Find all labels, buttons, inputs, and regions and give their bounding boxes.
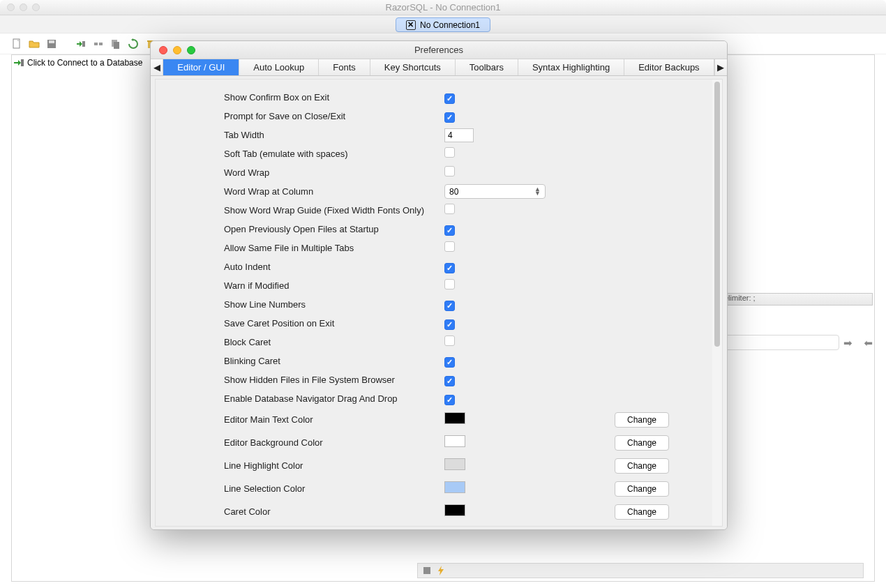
change-caret-color-button[interactable]: Change [615, 504, 669, 520]
change-main-text-color-button[interactable]: Change [615, 412, 669, 428]
checkbox-prompt-save[interactable] [444, 112, 455, 123]
label-word-wrap: Word Wrap [224, 167, 444, 178]
label-soft-tab: Soft Tab (emulate with spaces) [224, 149, 444, 159]
row-sel-color: Line Selection Color Change [224, 477, 704, 500]
tabs-scroll-left-icon[interactable]: ◀ [151, 59, 163, 75]
label-drag-drop: Enable Database Navigator Drag And Drop [224, 393, 444, 404]
label-prompt-save: Prompt for Save on Close/Exit [224, 111, 444, 121]
checkbox-line-numbers[interactable] [444, 301, 455, 311]
swatch-bg-color [444, 435, 465, 447]
svg-rect-5 [99, 43, 103, 45]
row-warn-mod: Warn if Modified [224, 276, 704, 295]
row-bg-color: Editor Background Color Change [224, 431, 704, 454]
row-confirm-exit: Show Confirm Box on Exit [224, 88, 704, 107]
disconnect-icon[interactable] [93, 38, 104, 50]
label-sel-color: Line Selection Color [224, 483, 444, 494]
label-wrap-column: Word Wrap at Column [224, 186, 444, 197]
connect-database-label: Click to Connect to a Database [27, 58, 142, 68]
tab-toolbars[interactable]: Toolbars [456, 59, 518, 75]
scrollbar-thumb[interactable] [714, 82, 720, 347]
preferences-dialog: Preferences ◀ Editor / GUI Auto Lookup F… [150, 40, 728, 530]
row-word-wrap: Word Wrap [224, 163, 704, 182]
checkbox-confirm-exit[interactable] [444, 93, 455, 104]
label-wrap-guide: Show Word Wrap Guide (Fixed Width Fonts … [224, 205, 444, 216]
label-block-caret: Block Caret [224, 337, 444, 347]
svg-rect-7 [114, 42, 119, 49]
checkbox-soft-tab[interactable] [444, 147, 455, 158]
row-same-file: Allow Same File in Multiple Tabs [224, 239, 704, 257]
checkbox-blinking-caret[interactable] [444, 357, 455, 368]
row-hl-color: Line Highlight Color Change [224, 454, 704, 477]
pref-close-icon[interactable] [159, 46, 167, 54]
pref-traffic-lights [151, 46, 195, 54]
row-open-prev: Open Previously Open Files at Startup [224, 220, 704, 239]
svg-rect-3 [82, 41, 85, 47]
save-file-icon[interactable] [46, 38, 57, 50]
connection-tab-active[interactable]: ✕ No Connection1 [396, 17, 490, 32]
label-main-text-color: Editor Main Text Color [224, 414, 444, 425]
swatch-sel-color [444, 481, 465, 493]
row-wrap-guide: Show Word Wrap Guide (Fixed Width Fonts … [224, 201, 704, 220]
results-next-icon[interactable]: ➡ [860, 337, 873, 348]
checkbox-warn-mod[interactable] [444, 279, 455, 289]
tab-editor-backups[interactable]: Editor Backups [624, 59, 714, 75]
combo-wrap-column-value: 80 [449, 187, 458, 197]
connect-icon[interactable] [75, 38, 87, 50]
label-blinking-caret: Blinking Caret [224, 356, 444, 366]
swatch-main-text-color [444, 412, 465, 424]
tab-auto-lookup[interactable]: Auto Lookup [239, 59, 319, 75]
row-drag-drop: Enable Database Navigator Drag And Drop [224, 389, 704, 408]
preferences-scrollbar[interactable] [712, 80, 722, 526]
change-sel-color-button[interactable]: Change [615, 481, 669, 497]
checkbox-hidden-files[interactable] [444, 376, 455, 386]
tabs-scroll-right-icon[interactable]: ▶ [714, 59, 727, 75]
pref-minimize-icon[interactable] [173, 46, 181, 54]
swatch-hl-color [444, 458, 465, 470]
change-hl-color-button[interactable]: Change [615, 458, 669, 474]
checkbox-auto-indent[interactable] [444, 263, 455, 273]
right-panel: elimiter: ; ➡ ➡ [721, 293, 873, 350]
execute-icon[interactable] [437, 566, 444, 575]
checkbox-word-wrap[interactable] [444, 166, 455, 176]
checkbox-drag-drop[interactable] [444, 395, 455, 405]
results-prev-icon[interactable]: ➡ [843, 337, 856, 348]
status-indicator-icon [423, 567, 430, 574]
row-main-text-color: Editor Main Text Color Change [224, 408, 704, 431]
checkbox-open-prev[interactable] [444, 225, 455, 236]
input-tab-width[interactable] [444, 128, 474, 142]
tab-key-shortcuts[interactable]: Key Shortcuts [370, 59, 456, 75]
tab-syntax-highlighting[interactable]: Syntax Highlighting [518, 59, 624, 75]
pref-zoom-icon[interactable] [187, 46, 195, 54]
row-line-numbers: Show Line Numbers [224, 295, 704, 314]
change-bg-color-button[interactable]: Change [615, 435, 669, 451]
preferences-rows: Show Confirm Box on Exit Prompt for Save… [156, 80, 722, 527]
checkbox-wrap-guide[interactable] [444, 204, 455, 214]
checkbox-block-caret[interactable] [444, 336, 455, 346]
row-wrap-column: Word Wrap at Column 80 ▲▼ [224, 182, 704, 201]
combo-wrap-column[interactable]: 80 ▲▼ [444, 184, 546, 199]
close-tab-icon[interactable]: ✕ [406, 20, 416, 30]
label-auto-indent: Auto Indent [224, 262, 444, 272]
delimiter-status: elimiter: ; [721, 293, 873, 306]
checkbox-same-file[interactable] [444, 241, 455, 252]
label-hl-color: Line Highlight Color [224, 460, 444, 471]
row-prompt-save: Prompt for Save on Close/Exit [224, 107, 704, 126]
tab-fonts[interactable]: Fonts [319, 59, 370, 75]
new-file-icon[interactable] [11, 38, 22, 50]
copy-icon[interactable] [110, 38, 121, 50]
checkbox-save-caret[interactable] [444, 319, 455, 330]
label-confirm-exit: Show Confirm Box on Exit [224, 92, 444, 103]
refresh-icon[interactable] [128, 38, 139, 50]
preferences-title: Preferences [151, 45, 727, 55]
results-search-input[interactable] [721, 335, 839, 350]
label-same-file: Allow Same File in Multiple Tabs [224, 243, 444, 253]
label-open-prev: Open Previously Open Files at Startup [224, 224, 444, 234]
row-tab-width: Tab Width [224, 126, 704, 144]
tab-editor-gui[interactable]: Editor / GUI [163, 59, 239, 75]
connection-tab-label: No Connection1 [420, 20, 480, 30]
label-tab-width: Tab Width [224, 130, 444, 140]
preferences-panel: Show Confirm Box on Exit Prompt for Save… [155, 79, 723, 527]
label-line-numbers: Show Line Numbers [224, 299, 444, 310]
open-file-icon[interactable] [29, 38, 40, 50]
row-caret-color: Caret Color Change [224, 500, 704, 523]
